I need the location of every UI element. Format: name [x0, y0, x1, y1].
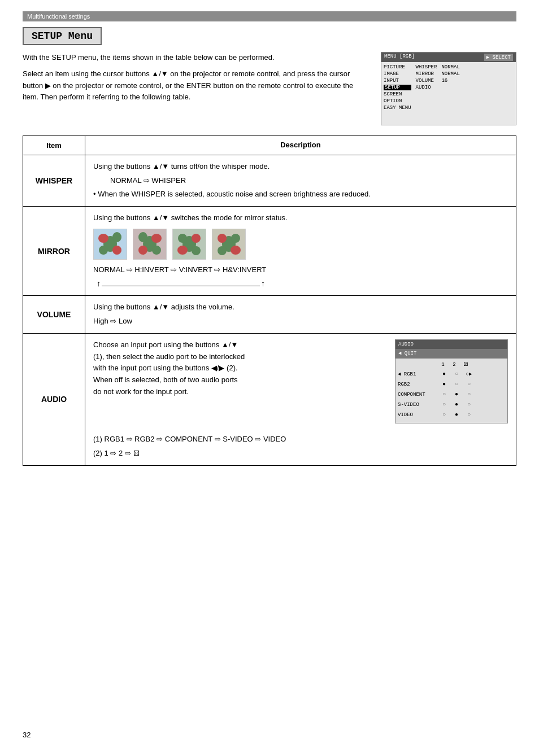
top-banner: Multifunctional settings [23, 11, 516, 21]
menu-item-setup: SETUP [384, 85, 411, 90]
desc-whisper: Using the buttons ▲/▼ turns off/on the w… [85, 155, 516, 206]
mirror-chain: NORMAL ⇨ H:INVERT ⇨ V:INVERT ⇨ H&V:INVER… [93, 264, 508, 276]
menu-item-picture: PICTURE [384, 64, 411, 70]
banner-text: Multifunctional settings [27, 13, 90, 20]
svg-point-3 [99, 246, 108, 255]
mirror-images [93, 229, 508, 260]
intro-text: With the SETUP menu, the items shown in … [23, 52, 370, 103]
svg-point-18 [231, 234, 240, 243]
audio-menu-box: AUDIO ◀ QUIT 1 2 ⛝ ◀ RGB1 [395, 339, 508, 423]
svg-point-14 [192, 234, 201, 243]
svg-point-9 [138, 246, 147, 255]
menu-val-normal1: NORMAL [441, 64, 459, 70]
menu-item-option: OPTION [384, 98, 411, 104]
menu-item-screen: SCREEN [384, 91, 411, 97]
svg-point-7 [138, 232, 147, 242]
svg-point-4 [112, 246, 121, 255]
col-header-item: Item [23, 136, 85, 155]
menu-val-mirror: MIRROR [416, 71, 437, 77]
intro-para1: With the SETUP menu, the items shown in … [23, 52, 370, 64]
svg-point-8 [152, 246, 161, 255]
audio-menu-body: 1 2 ⛝ ◀ RGB1 ● ○ ○▶ RGB2 [395, 359, 507, 423]
audio-row-component: COMPONENT ○ ● ○ [398, 390, 505, 399]
menu-screenshot: MENU [RGB] ▶ SELECT PICTURE IMAGE INPUT … [381, 52, 516, 125]
menu-val-normal2: NORMAL [441, 71, 459, 77]
menu-items-col: PICTURE IMAGE INPUT SETUP SCREEN OPTION … [384, 64, 411, 111]
svg-point-1 [98, 234, 108, 243]
menu-val-16: 16 [441, 78, 459, 84]
setup-heading: SETUP Menu [23, 27, 102, 45]
audio-chain2: (2) 1 ⇨ 2 ⇨ ⛝ [93, 448, 508, 460]
menu-item-input: INPUT [384, 78, 411, 84]
audio-chain1: (1) RGB1 ⇨ RGB2 ⇨ COMPONENT ⇨ S-VIDEO ⇨ … [93, 434, 508, 445]
mirror-img-hinvert [133, 229, 167, 260]
menu-val-audio: AUDIO [416, 85, 437, 90]
mirror-img-hvinvert [212, 229, 246, 260]
menu-body: PICTURE IMAGE INPUT SETUP SCREEN OPTION … [381, 62, 516, 113]
audio-menu-header: AUDIO [395, 340, 507, 349]
item-volume: VOLUME [23, 296, 85, 334]
svg-point-11 [177, 246, 188, 255]
audio-row-video: VIDEO ○ ● ○ [398, 410, 505, 419]
menu-item-image: IMAGE [384, 71, 411, 77]
menu-title: MENU [RGB] [384, 54, 415, 61]
intro-section: With the SETUP menu, the items shown in … [23, 52, 516, 125]
audio-row-rgb2: RGB2 ● ○ ○ [398, 380, 505, 389]
table-row-volume: VOLUME Using the buttons ▲/▼ adjusts the… [23, 296, 516, 334]
menu-values-col2: NORMAL NORMAL 16 [441, 64, 459, 111]
audio-row-rgb1: ◀ RGB1 ● ○ ○▶ [398, 370, 505, 379]
menu-values-col1: WHISPER MIRROR VOLUME AUDIO [416, 64, 437, 111]
menu-item-easymenu: EASY MENU [384, 105, 411, 111]
svg-point-16 [231, 246, 241, 255]
svg-point-6 [151, 234, 162, 243]
item-audio: AUDIO [23, 333, 85, 465]
svg-point-17 [218, 246, 227, 255]
item-whisper: WHISPER [23, 155, 85, 206]
table-row-audio: AUDIO Choose an input port using the but… [23, 333, 516, 465]
menu-select: ▶ SELECT [484, 54, 513, 61]
mirror-img-vinvert [172, 229, 206, 260]
menu-header: MENU [RGB] ▶ SELECT [381, 53, 516, 62]
svg-point-2 [112, 232, 121, 242]
menu-val-whisper: WHISPER [416, 64, 437, 70]
svg-point-19 [218, 234, 227, 243]
desc-volume: Using the buttons ▲/▼ adjusts the volume… [85, 296, 516, 334]
audio-row-svideo: S-VIDEO ○ ● ○ [398, 400, 505, 409]
intro-para2: Select an item using the cursor buttons … [23, 68, 370, 103]
mirror-img-normal [93, 229, 127, 260]
svg-point-12 [192, 246, 201, 255]
desc-audio: Choose an input port using the buttons ▲… [85, 333, 516, 465]
mirror-loop: ↑ ↑ [93, 277, 508, 290]
table-row-mirror: MIRROR Using the buttons ▲/▼ switches th… [23, 207, 516, 296]
desc-mirror: Using the buttons ▲/▼ switches the mode … [85, 207, 516, 296]
item-mirror: MIRROR [23, 207, 85, 296]
svg-point-13 [178, 234, 187, 243]
menu-val-volume: VOLUME [416, 78, 437, 84]
page-number: 32 [23, 731, 31, 739]
main-table: Item Description WHISPER Using the butto… [23, 136, 516, 466]
col-header-desc: Description [85, 136, 516, 155]
table-row-whisper: WHISPER Using the buttons ▲/▼ turns off/… [23, 155, 516, 206]
